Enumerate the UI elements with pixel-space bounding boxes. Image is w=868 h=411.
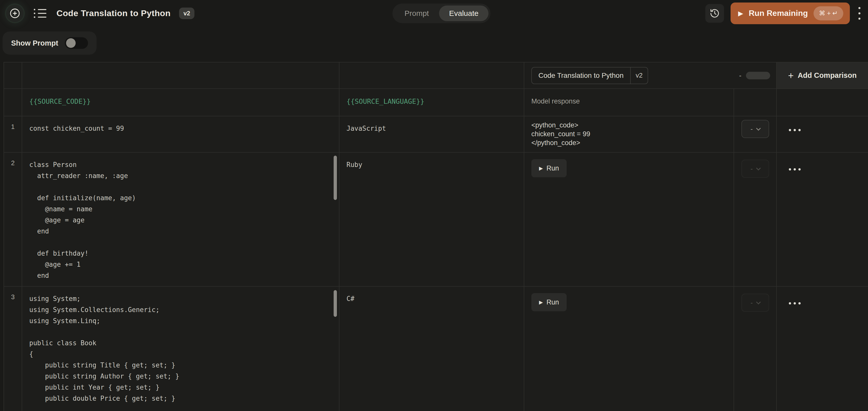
column-header-actions: [777, 89, 868, 116]
page-title: Code Translation to Python: [57, 8, 170, 18]
comparison-chip[interactable]: Code Translation to Python v2: [531, 67, 648, 84]
row-menu-button[interactable]: [789, 302, 868, 305]
mode-tabs: Prompt Evaluate: [393, 3, 491, 23]
column-header-model-response: Model response: [524, 89, 734, 116]
ellipsis-icon: [789, 129, 791, 131]
kebab-icon: [859, 7, 861, 9]
tab-evaluate[interactable]: Evaluate: [439, 5, 489, 21]
model-response-cell: ▶ Run: [524, 152, 734, 286]
play-icon: ▶: [539, 300, 543, 305]
source-language-cell[interactable]: JavaScript: [339, 116, 524, 152]
score-cell: -: [734, 286, 777, 411]
toolbar-rownum-cell: [4, 63, 22, 89]
score-cell: -: [734, 116, 777, 152]
score-summary-bar: [746, 72, 770, 79]
toolbar-source-language-cell: [339, 63, 524, 89]
score-dropdown[interactable]: -: [741, 160, 769, 178]
add-comparison-label: Add Comparison: [798, 71, 857, 79]
list-icon: [34, 9, 46, 10]
prompt-list-button[interactable]: [32, 7, 48, 20]
source-language-value: JavaScript: [346, 123, 517, 134]
show-prompt-label: Show Prompt: [11, 39, 58, 47]
source-code-value: const chicken_count = 99: [29, 123, 332, 134]
history-button[interactable]: [705, 4, 724, 23]
score-summary: -: [739, 71, 776, 79]
more-options-button[interactable]: [857, 5, 863, 22]
chevron-down-icon: [756, 166, 761, 170]
evaluation-table: Code Translation to Python v2 - + Add Co…: [3, 62, 868, 411]
row-number: 3: [4, 286, 22, 411]
row-number: 1: [4, 116, 22, 152]
run-row-button[interactable]: ▶ Run: [531, 159, 567, 177]
model-response-cell: ▶ Run: [524, 286, 734, 411]
plus-icon: +: [788, 71, 794, 80]
top-bar-right: ▶ Run Remaining ⌘ + ↵: [705, 0, 863, 27]
version-badge: v2: [179, 7, 194, 19]
circle-plus-icon: [9, 7, 21, 19]
new-item-button[interactable]: [6, 4, 24, 22]
model-response-cell[interactable]: <python_code> chicken_count = 99 </pytho…: [524, 116, 734, 152]
chevron-down-icon: [756, 126, 761, 131]
ellipsis-icon: [789, 302, 791, 305]
comparison-chip-version: v2: [630, 68, 648, 83]
actions-cell: [777, 116, 868, 152]
chevron-down-icon: [756, 300, 761, 304]
score-value: -: [750, 125, 753, 133]
column-header-score: [734, 89, 777, 116]
source-language-cell[interactable]: C#: [339, 286, 524, 411]
score-dropdown[interactable]: -: [741, 120, 769, 138]
code-scrollbar[interactable]: [334, 290, 337, 317]
score-dropdown[interactable]: -: [741, 294, 769, 312]
play-icon: ▶: [738, 10, 743, 16]
source-code-cell[interactable]: const chicken_count = 99: [22, 116, 339, 152]
keyboard-shortcut-badge: ⌘ + ↵: [813, 6, 843, 21]
code-scrollbar[interactable]: [334, 156, 337, 200]
row-menu-button[interactable]: [789, 129, 868, 131]
add-comparison-button[interactable]: + Add Comparison: [777, 63, 868, 89]
score-summary-value: -: [739, 71, 741, 79]
comparison-chip-name: Code Translation to Python: [532, 71, 630, 79]
source-language-value: C#: [346, 293, 517, 304]
run-remaining-label: Run Remaining: [749, 8, 808, 18]
row-number: 2: [4, 152, 22, 286]
row-menu-button[interactable]: [789, 168, 868, 171]
actions-cell: [777, 286, 868, 411]
model-response-value: <python_code> chicken_count = 99 </pytho…: [531, 121, 726, 147]
show-prompt-toggle[interactable]: [65, 37, 88, 49]
run-row-label: Run: [547, 299, 559, 306]
source-code-cell[interactable]: using System; using System.Collections.G…: [22, 286, 339, 411]
column-header-source-language: {{SOURCE_LANGUAGE}}: [339, 89, 524, 116]
actions-cell: [777, 152, 868, 286]
score-cell: -: [734, 152, 777, 286]
top-bar: Code Translation to Python v2 Prompt Eva…: [0, 0, 868, 27]
run-row-button[interactable]: ▶ Run: [531, 293, 567, 311]
header-rownum-cell: [4, 89, 22, 116]
run-remaining-button[interactable]: ▶ Run Remaining ⌘ + ↵: [731, 2, 850, 24]
source-code-cell[interactable]: class Person attr_reader :name, :age def…: [22, 152, 339, 286]
toolbar-source-code-cell: [22, 63, 339, 89]
run-row-label: Run: [547, 165, 559, 172]
toolbar-response-cell: Code Translation to Python v2 -: [524, 63, 777, 89]
score-value: -: [750, 165, 753, 173]
tab-prompt[interactable]: Prompt: [395, 5, 439, 21]
history-icon: [709, 8, 720, 19]
source-code-value: using System; using System.Collections.G…: [29, 293, 332, 404]
source-code-value: class Person attr_reader :name, :age def…: [29, 159, 332, 281]
column-header-source-code: {{SOURCE_CODE}}: [22, 89, 339, 116]
play-icon: ▶: [539, 166, 543, 171]
toggle-knob: [66, 38, 76, 48]
top-bar-left: Code Translation to Python v2: [6, 0, 194, 27]
score-value: -: [750, 299, 753, 307]
show-prompt-control: Show Prompt: [2, 32, 97, 55]
source-language-cell[interactable]: Ruby: [339, 152, 524, 286]
ellipsis-icon: [789, 168, 791, 171]
source-language-value: Ruby: [346, 159, 517, 170]
